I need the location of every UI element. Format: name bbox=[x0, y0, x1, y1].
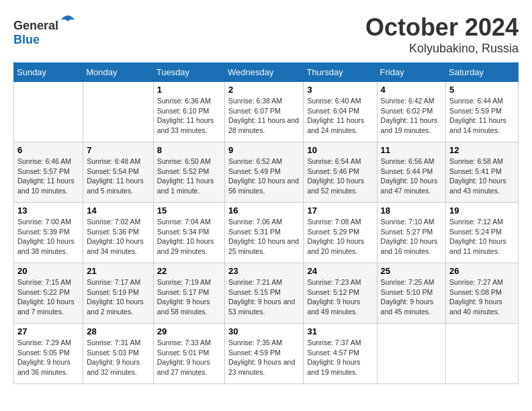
week-row-2: 13Sunrise: 7:00 AMSunset: 5:39 PMDayligh… bbox=[14, 203, 519, 263]
calendar-table: SundayMondayTuesdayWednesdayThursdayFrid… bbox=[13, 62, 519, 384]
day-number: 29 bbox=[157, 326, 221, 336]
location-title: Kolyubakino, Russia bbox=[365, 42, 519, 56]
day-number: 3 bbox=[307, 85, 373, 95]
day-info: Sunrise: 7:15 AMSunset: 5:22 PMDaylight:… bbox=[17, 277, 79, 317]
header-tuesday: Tuesday bbox=[153, 63, 224, 82]
day-number: 15 bbox=[157, 205, 221, 216]
page-header: General Blue October 2024 Kolyubakino, R… bbox=[13, 13, 519, 56]
day-cell: 6Sunrise: 6:46 AMSunset: 5:57 PMDaylight… bbox=[14, 142, 83, 203]
day-number: 16 bbox=[228, 205, 300, 216]
day-number: 13 bbox=[17, 205, 79, 216]
day-number: 22 bbox=[157, 266, 221, 276]
day-info: Sunrise: 7:25 AMSunset: 5:10 PMDaylight:… bbox=[381, 277, 443, 317]
day-cell: 15Sunrise: 7:04 AMSunset: 5:34 PMDayligh… bbox=[153, 203, 224, 263]
day-cell: 18Sunrise: 7:10 AMSunset: 5:27 PMDayligh… bbox=[377, 203, 446, 263]
day-number: 25 bbox=[381, 266, 443, 276]
day-info: Sunrise: 7:12 AMSunset: 5:24 PMDaylight:… bbox=[449, 217, 515, 257]
day-cell: 22Sunrise: 7:19 AMSunset: 5:17 PMDayligh… bbox=[153, 263, 224, 324]
header-friday: Friday bbox=[377, 63, 446, 82]
day-info: Sunrise: 6:58 AMSunset: 5:41 PMDaylight:… bbox=[449, 156, 515, 196]
day-info: Sunrise: 6:40 AMSunset: 6:04 PMDaylight:… bbox=[307, 96, 373, 136]
day-number: 1 bbox=[157, 85, 221, 95]
day-info: Sunrise: 7:23 AMSunset: 5:12 PMDaylight:… bbox=[307, 277, 373, 317]
day-number: 28 bbox=[87, 326, 149, 336]
day-number: 24 bbox=[307, 266, 373, 276]
day-cell: 24Sunrise: 7:23 AMSunset: 5:12 PMDayligh… bbox=[304, 263, 377, 324]
day-cell: 14Sunrise: 7:02 AMSunset: 5:36 PMDayligh… bbox=[83, 203, 153, 263]
week-row-4: 27Sunrise: 7:29 AMSunset: 5:05 PMDayligh… bbox=[14, 324, 519, 384]
day-cell bbox=[83, 82, 153, 142]
day-info: Sunrise: 6:52 AMSunset: 5:49 PMDaylight:… bbox=[228, 156, 300, 196]
day-info: Sunrise: 7:19 AMSunset: 5:17 PMDaylight:… bbox=[157, 277, 221, 317]
day-cell: 9Sunrise: 6:52 AMSunset: 5:49 PMDaylight… bbox=[225, 142, 304, 203]
day-cell: 28Sunrise: 7:31 AMSunset: 5:03 PMDayligh… bbox=[83, 324, 153, 384]
day-info: Sunrise: 7:35 AMSunset: 4:59 PMDaylight:… bbox=[228, 338, 300, 377]
day-cell: 16Sunrise: 7:06 AMSunset: 5:31 PMDayligh… bbox=[225, 203, 304, 263]
day-number: 20 bbox=[17, 266, 79, 276]
header-saturday: Saturday bbox=[446, 63, 519, 82]
day-cell: 11Sunrise: 6:56 AMSunset: 5:44 PMDayligh… bbox=[377, 142, 446, 203]
day-number: 27 bbox=[17, 326, 79, 336]
day-info: Sunrise: 6:42 AMSunset: 6:02 PMDaylight:… bbox=[381, 96, 443, 136]
day-cell: 1Sunrise: 6:36 AMSunset: 6:10 PMDaylight… bbox=[153, 82, 224, 142]
day-info: Sunrise: 6:38 AMSunset: 6:07 PMDaylight:… bbox=[228, 96, 300, 136]
day-number: 6 bbox=[17, 145, 79, 155]
day-cell bbox=[14, 82, 83, 142]
header-monday: Monday bbox=[83, 63, 153, 82]
day-number: 21 bbox=[87, 266, 149, 276]
day-info: Sunrise: 7:10 AMSunset: 5:27 PMDaylight:… bbox=[381, 217, 443, 257]
day-info: Sunrise: 7:21 AMSunset: 5:15 PMDaylight:… bbox=[228, 277, 300, 317]
day-number: 8 bbox=[157, 145, 221, 155]
day-cell: 21Sunrise: 7:17 AMSunset: 5:19 PMDayligh… bbox=[83, 263, 153, 324]
day-number: 7 bbox=[87, 145, 149, 155]
day-info: Sunrise: 6:56 AMSunset: 5:44 PMDaylight:… bbox=[381, 156, 443, 196]
day-number: 9 bbox=[228, 145, 300, 155]
day-cell: 4Sunrise: 6:42 AMSunset: 6:02 PMDaylight… bbox=[377, 82, 446, 142]
week-row-0: 1Sunrise: 6:36 AMSunset: 6:10 PMDaylight… bbox=[14, 82, 519, 142]
day-info: Sunrise: 7:31 AMSunset: 5:03 PMDaylight:… bbox=[87, 338, 149, 377]
day-info: Sunrise: 7:29 AMSunset: 5:05 PMDaylight:… bbox=[17, 338, 79, 377]
day-cell: 13Sunrise: 7:00 AMSunset: 5:39 PMDayligh… bbox=[14, 203, 83, 263]
day-number: 23 bbox=[228, 266, 300, 276]
week-row-3: 20Sunrise: 7:15 AMSunset: 5:22 PMDayligh… bbox=[14, 263, 519, 324]
header-sunday: Sunday bbox=[14, 63, 83, 82]
day-number: 5 bbox=[449, 85, 515, 95]
logo-bird-icon bbox=[60, 13, 76, 30]
day-cell: 29Sunrise: 7:33 AMSunset: 5:01 PMDayligh… bbox=[153, 324, 224, 384]
day-number: 17 bbox=[307, 205, 373, 216]
day-number: 30 bbox=[228, 326, 300, 336]
day-number: 18 bbox=[381, 205, 443, 216]
day-cell: 25Sunrise: 7:25 AMSunset: 5:10 PMDayligh… bbox=[377, 263, 446, 324]
month-title: October 2024 bbox=[365, 13, 519, 42]
day-cell: 26Sunrise: 7:27 AMSunset: 5:08 PMDayligh… bbox=[446, 263, 519, 324]
day-cell: 31Sunrise: 7:37 AMSunset: 4:57 PMDayligh… bbox=[304, 324, 377, 384]
day-number: 11 bbox=[381, 145, 443, 155]
day-info: Sunrise: 7:04 AMSunset: 5:34 PMDaylight:… bbox=[157, 217, 221, 257]
header-thursday: Thursday bbox=[304, 63, 377, 82]
day-cell bbox=[446, 324, 519, 384]
day-number: 14 bbox=[87, 205, 149, 216]
day-cell: 20Sunrise: 7:15 AMSunset: 5:22 PMDayligh… bbox=[14, 263, 83, 324]
day-info: Sunrise: 7:02 AMSunset: 5:36 PMDaylight:… bbox=[87, 217, 149, 257]
day-number: 2 bbox=[228, 85, 300, 95]
title-area: October 2024 Kolyubakino, Russia bbox=[365, 13, 519, 56]
logo-blue: Blue bbox=[13, 33, 40, 46]
logo-text: General Blue bbox=[13, 13, 76, 47]
day-cell bbox=[377, 324, 446, 384]
day-cell: 17Sunrise: 7:08 AMSunset: 5:29 PMDayligh… bbox=[304, 203, 377, 263]
day-cell: 30Sunrise: 7:35 AMSunset: 4:59 PMDayligh… bbox=[225, 324, 304, 384]
day-cell: 12Sunrise: 6:58 AMSunset: 5:41 PMDayligh… bbox=[446, 142, 519, 203]
day-number: 12 bbox=[449, 145, 515, 155]
day-info: Sunrise: 7:33 AMSunset: 5:01 PMDaylight:… bbox=[157, 338, 221, 377]
day-number: 10 bbox=[307, 145, 373, 155]
day-cell: 8Sunrise: 6:50 AMSunset: 5:52 PMDaylight… bbox=[153, 142, 224, 203]
day-number: 4 bbox=[381, 85, 443, 95]
day-cell: 23Sunrise: 7:21 AMSunset: 5:15 PMDayligh… bbox=[225, 263, 304, 324]
day-info: Sunrise: 7:00 AMSunset: 5:39 PMDaylight:… bbox=[17, 217, 79, 257]
day-cell: 3Sunrise: 6:40 AMSunset: 6:04 PMDaylight… bbox=[304, 82, 377, 142]
day-info: Sunrise: 6:48 AMSunset: 5:54 PMDaylight:… bbox=[87, 156, 149, 196]
day-info: Sunrise: 7:27 AMSunset: 5:08 PMDaylight:… bbox=[449, 277, 515, 317]
day-cell: 19Sunrise: 7:12 AMSunset: 5:24 PMDayligh… bbox=[446, 203, 519, 263]
day-cell: 27Sunrise: 7:29 AMSunset: 5:05 PMDayligh… bbox=[14, 324, 83, 384]
day-cell: 10Sunrise: 6:54 AMSunset: 5:46 PMDayligh… bbox=[304, 142, 377, 203]
